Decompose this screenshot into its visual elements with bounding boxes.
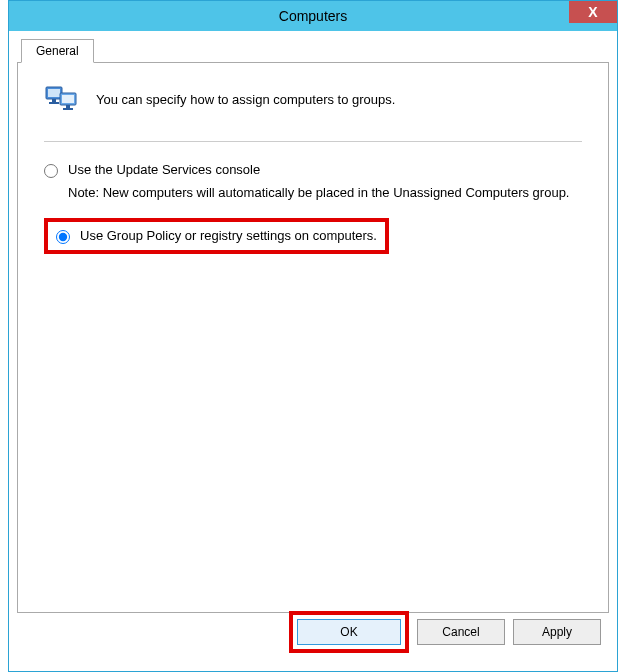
tab-panel-general: You can specify how to assign computers …	[17, 62, 609, 613]
highlight-ok-button: OK	[289, 611, 409, 653]
svg-rect-7	[63, 108, 73, 110]
background-fragment	[0, 0, 8, 672]
tab-label: General	[36, 44, 79, 58]
dialog-window: Computers X General	[8, 0, 618, 672]
svg-rect-1	[48, 89, 60, 97]
computers-icon	[44, 81, 80, 117]
svg-rect-6	[66, 105, 70, 108]
window-title: Computers	[9, 8, 617, 24]
svg-rect-5	[62, 95, 74, 103]
tab-general[interactable]: General	[21, 39, 94, 63]
option-group-policy[interactable]: Use Group Policy or registry settings on…	[56, 228, 377, 244]
close-button[interactable]: X	[569, 1, 617, 23]
intro-row: You can specify how to assign computers …	[44, 81, 582, 117]
apply-button[interactable]: Apply	[513, 619, 601, 645]
option-label: Use Group Policy or registry settings on…	[80, 228, 377, 243]
option-update-services-note: Note: New computers will automatically b…	[68, 184, 582, 202]
divider	[44, 141, 582, 142]
svg-rect-2	[52, 99, 56, 102]
dialog-button-row: OK Cancel Apply	[289, 611, 601, 653]
ok-button[interactable]: OK	[297, 619, 401, 645]
highlight-selected-option: Use Group Policy or registry settings on…	[44, 218, 389, 254]
client-area: General	[9, 31, 617, 671]
cancel-button[interactable]: Cancel	[417, 619, 505, 645]
option-update-services-console[interactable]: Use the Update Services console	[44, 162, 582, 178]
intro-text: You can specify how to assign computers …	[96, 92, 395, 107]
radio-group-policy[interactable]	[56, 230, 70, 244]
titlebar[interactable]: Computers X	[9, 1, 617, 31]
tab-container: General	[17, 39, 609, 663]
option-label: Use the Update Services console	[68, 162, 260, 177]
radio-update-services-console[interactable]	[44, 164, 58, 178]
close-icon: X	[588, 4, 597, 20]
svg-rect-3	[49, 102, 59, 104]
